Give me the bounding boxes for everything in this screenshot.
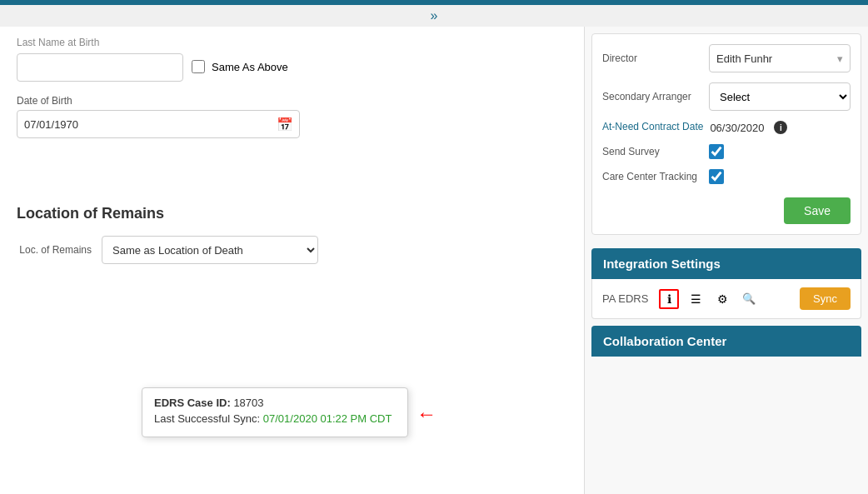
at-need-label: At-Need Contract Date [602, 121, 703, 134]
save-button[interactable]: Save [784, 197, 851, 224]
director-name: Edith Funhr [716, 52, 772, 65]
director-chevron-icon: ▾ [837, 52, 843, 65]
send-survey-label: Send Survey [602, 146, 702, 157]
pa-edrs-label: PA EDRS [602, 292, 652, 305]
save-row: Save [602, 194, 851, 224]
care-center-checkbox[interactable] [709, 169, 724, 184]
red-arrow-indicator: ← [417, 402, 436, 426]
same-as-above-label: Same As Above [212, 61, 288, 73]
gear-icon: ⚙ [717, 292, 728, 306]
same-as-above-row: Same As Above [192, 60, 288, 73]
loc-remains-select[interactable]: Same as Location of Death Other [102, 236, 318, 264]
care-center-row: Care Center Tracking [602, 169, 851, 184]
right-panel: Director Edith Funhr ▾ Secondary Arrange… [585, 27, 868, 494]
tooltip-case-id-value: 18703 [233, 397, 263, 409]
tooltip-case-id-line: EDRS Case ID: 18703 [154, 397, 396, 409]
at-need-row: At-Need Contract Date 06/30/2020 i [602, 121, 851, 134]
pa-edrs-list-button[interactable]: ☰ [686, 289, 706, 309]
same-as-above-checkbox[interactable] [192, 60, 205, 73]
at-need-info-icon[interactable]: i [774, 121, 787, 134]
pa-edrs-row: PA EDRS ℹ ☰ ⚙ 🔍 Sync [602, 287, 851, 310]
director-row: Director Edith Funhr ▾ [602, 44, 851, 72]
location-heading: Location of Remains [17, 205, 567, 222]
last-name-input-container [17, 53, 183, 82]
loc-remains-label: Loc. of Remains [17, 244, 92, 256]
pa-edrs-info-button[interactable]: ℹ [659, 289, 679, 309]
dob-label: Date of Birth [17, 95, 567, 107]
send-survey-checkbox[interactable] [709, 144, 724, 159]
list-icon: ☰ [691, 292, 701, 306]
secondary-arranger-row: Secondary Arranger Select [602, 82, 851, 111]
search-icon: 🔍 [742, 292, 756, 305]
care-center-label: Care Center Tracking [602, 171, 702, 182]
director-label: Director [602, 52, 702, 64]
chevron-icon: » [431, 8, 438, 23]
integration-settings-body: PA EDRS ℹ ☰ ⚙ 🔍 Sync [591, 279, 861, 319]
send-survey-row: Send Survey [602, 144, 851, 159]
last-name-row: Same As Above [17, 53, 567, 87]
tooltip-sync-line: Last Successful Sync: 07/01/2020 01:22 P… [154, 412, 396, 425]
pa-edrs-search-button[interactable]: 🔍 [739, 289, 759, 309]
tooltip-sync-label: Last Successful Sync: [154, 412, 260, 425]
calendar-icon[interactable]: 📅 [277, 117, 293, 132]
dob-field-wrapper: 📅 [17, 110, 300, 138]
info-icon: ℹ [667, 292, 671, 306]
tooltip-popup: EDRS Case ID: 18703 Last Successful Sync… [142, 387, 408, 437]
secondary-arranger-label: Secondary Arranger [602, 91, 702, 102]
integration-settings-header: Integration Settings [591, 248, 861, 279]
last-name-input[interactable] [17, 53, 183, 82]
loc-remains-row: Loc. of Remains Same as Location of Deat… [17, 236, 567, 264]
tooltip-case-id-label: EDRS Case ID: [154, 397, 231, 409]
last-name-partial-label: Last Name at Birth [17, 35, 567, 53]
collaboration-center-header: Collaboration Center [591, 326, 861, 357]
dob-input[interactable] [17, 110, 300, 138]
tooltip-sync-value: 07/01/2020 01:22 PM CDT [263, 412, 392, 425]
chevron-area: » [0, 5, 868, 27]
pa-edrs-gear-button[interactable]: ⚙ [712, 289, 732, 309]
secondary-arranger-select[interactable]: Select [709, 82, 851, 111]
sync-button[interactable]: Sync [800, 287, 851, 310]
arranger-card: Director Edith Funhr ▾ Secondary Arrange… [591, 33, 861, 235]
director-value[interactable]: Edith Funhr ▾ [709, 44, 851, 72]
at-need-value: 06/30/2020 [710, 122, 764, 134]
